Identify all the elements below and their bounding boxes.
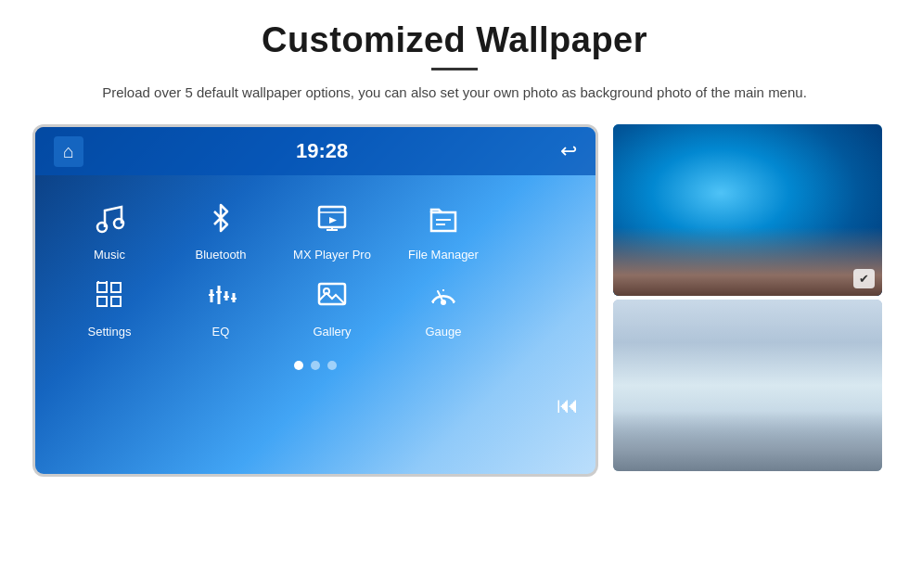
title-divider	[431, 68, 478, 70]
app-row-1: Music Bluetooth	[54, 194, 577, 262]
thumbnails-column: ✔	[613, 124, 882, 471]
svg-rect-10	[97, 297, 107, 306]
home-button[interactable]: ⌂	[54, 136, 83, 167]
svg-marker-4	[329, 217, 337, 224]
mxplayer-icon	[308, 194, 356, 242]
app-grid: Music Bluetooth	[35, 175, 595, 348]
app-gallery[interactable]: Gallery	[276, 271, 388, 339]
page-header: Customized Wallpaper Preload over 5 defa…	[0, 0, 909, 115]
bridge-image	[613, 300, 882, 471]
app-bluetooth[interactable]: Bluetooth	[165, 194, 276, 262]
eq-label: EQ	[212, 325, 230, 339]
app-mxplayer[interactable]: MX Player Pro	[276, 194, 388, 262]
settings-label: Settings	[88, 325, 132, 339]
svg-rect-11	[111, 283, 121, 292]
svg-point-26	[441, 300, 446, 305]
svg-rect-9	[97, 283, 107, 292]
bluetooth-label: Bluetooth	[196, 248, 247, 262]
app-eq[interactable]: EQ	[165, 271, 276, 339]
right-controls: ⏮	[540, 127, 595, 474]
app-music[interactable]: Music	[54, 194, 165, 262]
bluetooth-icon	[197, 194, 245, 242]
dot-3[interactable]	[327, 361, 337, 370]
page-title: Customized Wallpaper	[56, 20, 853, 60]
screen-pagination	[35, 361, 595, 370]
svg-rect-12	[111, 297, 121, 306]
gauge-label: Gauge	[425, 325, 461, 339]
screen-time: 19:28	[296, 139, 348, 163]
gauge-icon	[419, 271, 467, 319]
filemanager-label: File Manager	[408, 248, 479, 262]
content-area: ⌂ 19:28 ↩ Music	[0, 115, 909, 486]
music-label: Music	[94, 248, 125, 262]
gallery-icon	[308, 271, 356, 319]
skip-back-icon[interactable]: ⏮	[557, 392, 579, 418]
music-icon	[85, 194, 134, 242]
app-gauge[interactable]: Gauge	[388, 271, 499, 339]
mxplayer-label: MX Player Pro	[293, 248, 371, 262]
settings-icon	[85, 271, 134, 319]
eq-icon	[197, 271, 245, 319]
gallery-label: Gallery	[313, 325, 351, 339]
thumbnail-bridge	[613, 300, 882, 471]
bookmark-overlay: ✔	[853, 269, 875, 288]
car-screen: ⌂ 19:28 ↩ Music	[32, 124, 598, 477]
dot-1[interactable]	[294, 361, 303, 370]
home-icon: ⌂	[63, 141, 74, 162]
screen-topbar: ⌂ 19:28 ↩	[35, 127, 595, 175]
filemanager-icon	[419, 194, 467, 242]
app-row-2: Settings	[54, 271, 577, 339]
thumbnail-ice-cave: ✔	[613, 124, 882, 296]
ice-cave-image	[613, 124, 882, 296]
dot-2[interactable]	[311, 361, 320, 370]
page-description: Preload over 5 default wallpaper options…	[56, 82, 853, 104]
svg-rect-2	[319, 207, 345, 227]
app-settings[interactable]: Settings	[54, 271, 165, 339]
app-filemanager[interactable]: File Manager	[388, 194, 499, 262]
